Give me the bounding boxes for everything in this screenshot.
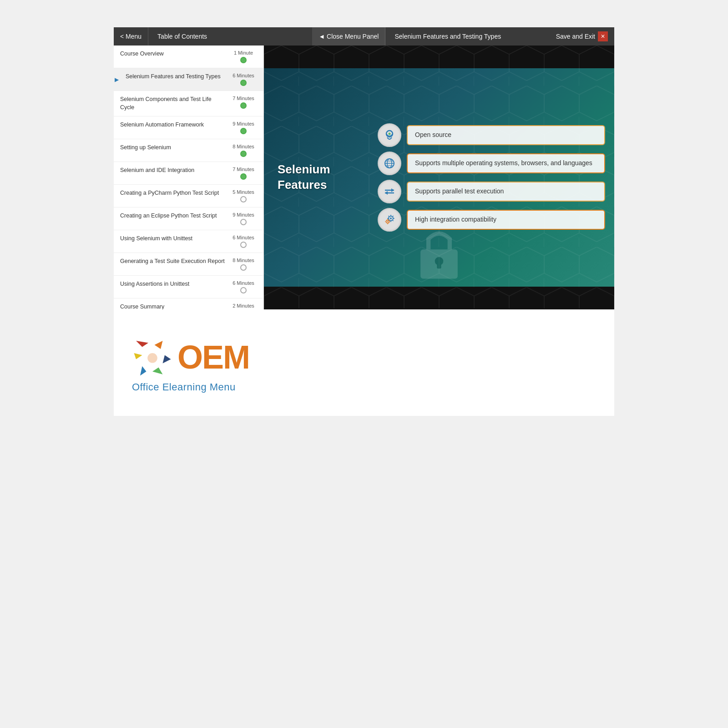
lock-watermark: [412, 223, 466, 287]
logo-area: OEM Office Elearning Menu: [114, 309, 614, 416]
main-content: Course Overview 1 Minute ▶ Selenium Feat…: [114, 46, 614, 309]
sidebar-item-course-overview[interactable]: Course Overview 1 Minute: [114, 46, 263, 68]
completion-dot: [240, 102, 247, 109]
svg-marker-13: [391, 188, 394, 192]
toc-label: Table of Contents: [148, 27, 312, 46]
sidebar-item-eclipse[interactable]: Creating an Eclipse Python Test Script 9…: [114, 207, 263, 230]
sidebar-item-setting-up[interactable]: Setting up Selenium 8 Minutes: [114, 139, 263, 162]
completion-dot: [240, 151, 247, 157]
completion-dot: [240, 80, 247, 86]
feature-icon-globe: [378, 152, 401, 175]
feature-row-multi-os: Supports multiple operating systems, bro…: [378, 152, 605, 175]
sidebar-item-assertions[interactable]: Using Assertions in Unittest 6 Minutes: [114, 276, 263, 298]
svg-point-7: [389, 133, 391, 135]
sidebar-item-summary[interactable]: Course Summary 2 Minutes: [114, 298, 263, 309]
menu-label: < Menu: [120, 33, 142, 40]
feature-row-parallel: Supports parallel test execution: [378, 180, 605, 203]
svg-rect-5: [437, 261, 441, 268]
feature-label-multi-os: Supports multiple operating systems, bro…: [407, 153, 605, 173]
close-button[interactable]: ✕: [598, 31, 608, 41]
close-panel-button[interactable]: ◄ Close Menu Panel: [312, 27, 385, 46]
svg-point-19: [147, 353, 157, 363]
completion-dot: [240, 128, 247, 134]
feature-row-integration: High integration compatibility: [378, 208, 605, 232]
oem-subtitle: Office Elearning Menu: [132, 381, 236, 393]
nav-bar: < Menu Table of Contents ◄ Close Menu Pa…: [114, 27, 614, 46]
feature-label-open-source: Open source: [407, 125, 605, 145]
sidebar-item-selenium-components[interactable]: Selenium Components and Test Life Cycle …: [114, 91, 263, 116]
feature-icon-open-source: [378, 123, 401, 147]
completion-dot: [240, 242, 247, 248]
completion-dot: [240, 264, 247, 271]
oem-brand-text: OEM: [177, 341, 249, 374]
save-exit-button[interactable]: Save and Exit ✕: [550, 27, 614, 46]
menu-button[interactable]: < Menu: [114, 27, 148, 46]
svg-point-18: [387, 221, 388, 222]
sidebar-item-selenium-features[interactable]: ▶ Selenium Features and Testing Types 6 …: [114, 68, 263, 91]
svg-point-16: [390, 217, 392, 219]
completion-dot: [240, 219, 247, 225]
svg-marker-14: [385, 191, 388, 195]
completion-dot: [240, 196, 247, 202]
sidebar-item-test-suite[interactable]: Generating a Test Suite Execution Report…: [114, 253, 263, 276]
slide-title-text: Selenium Features: [278, 162, 330, 193]
sidebar-item-unittest[interactable]: Using Selenium with Unittest 6 Minutes: [114, 230, 263, 253]
features-list: Open source Supports multiple operating: [378, 123, 605, 232]
sidebar-item-selenium-ide[interactable]: Selenium and IDE Integration 7 Minutes: [114, 162, 263, 185]
active-arrow: ▶: [115, 76, 119, 83]
feature-label-integration: High integration compatibility: [407, 210, 605, 230]
feature-label-parallel: Supports parallel test execution: [407, 182, 605, 202]
completion-dot: [240, 173, 247, 180]
feature-icon-gears: [378, 208, 401, 232]
sidebar: Course Overview 1 Minute ▶ Selenium Feat…: [114, 46, 264, 309]
completion-dot: [240, 57, 247, 63]
sidebar-item-pycharm[interactable]: Creating a PyCharm Python Test Script 5 …: [114, 185, 263, 207]
oem-arrows-icon: [132, 337, 173, 378]
oem-logo-row: OEM: [132, 337, 249, 378]
sidebar-item-selenium-automation[interactable]: Selenium Automation Framework 9 Minutes: [114, 116, 263, 139]
oem-logo: OEM Office Elearning Menu: [132, 337, 596, 393]
feature-row-open-source: Open source: [378, 123, 605, 147]
slide-title: Selenium Features and Testing Types: [385, 33, 549, 40]
slide-area: Selenium Features Open source: [264, 46, 614, 309]
completion-dot: [240, 287, 247, 293]
feature-icon-arrows: [378, 180, 401, 203]
